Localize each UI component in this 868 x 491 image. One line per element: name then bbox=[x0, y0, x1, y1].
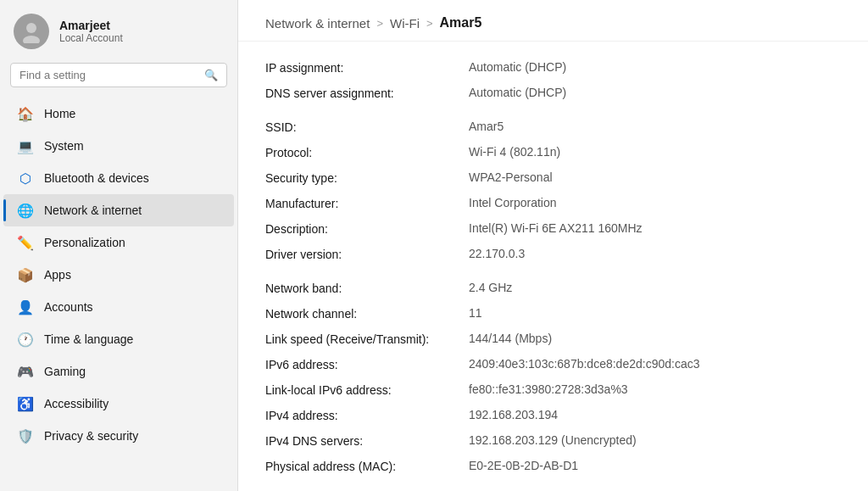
table-row: Network channel:11 bbox=[265, 301, 841, 326]
apps-icon: 📦 bbox=[17, 266, 34, 283]
info-value: Intel Corporation bbox=[469, 196, 841, 209]
info-value: 192.168.203.194 bbox=[469, 408, 841, 421]
user-role: Local Account bbox=[59, 32, 123, 44]
sidebar-item-network[interactable]: 🌐Network & internet bbox=[3, 194, 234, 226]
nav-list: 🏠Home💻System⬡Bluetooth & devices🌐Network… bbox=[0, 94, 237, 455]
search-box[interactable]: 🔍 bbox=[10, 63, 227, 87]
svg-point-1 bbox=[23, 36, 40, 43]
sidebar-item-label-accessibility: Accessibility bbox=[44, 397, 108, 410]
sidebar-item-system[interactable]: 💻System bbox=[3, 130, 234, 162]
table-row: SSID:Amar5 bbox=[265, 114, 841, 140]
info-label: Manufacturer: bbox=[265, 196, 469, 210]
info-label: IPv4 address: bbox=[265, 408, 469, 422]
info-label: Link-local IPv6 address: bbox=[265, 382, 469, 397]
info-value: Amar5 bbox=[469, 120, 841, 133]
svg-point-0 bbox=[26, 23, 36, 33]
sidebar-item-label-apps: Apps bbox=[44, 268, 71, 282]
info-value: 2409:40e3:103c:687b:dce8:de2d:c90d:cac3 bbox=[469, 357, 841, 371]
table-row: Protocol:Wi-Fi 4 (802.11n) bbox=[265, 140, 841, 165]
avatar bbox=[14, 14, 49, 49]
gaming-icon: 🎮 bbox=[17, 363, 34, 380]
sidebar-item-accessibility[interactable]: ♿Accessibility bbox=[3, 388, 234, 420]
info-value: Wi-Fi 4 (802.11n) bbox=[469, 145, 841, 159]
sidebar-item-label-accounts: Accounts bbox=[44, 300, 93, 314]
info-label: IPv6 address: bbox=[265, 357, 469, 371]
user-info: Amarjeet Local Account bbox=[59, 19, 123, 44]
info-label: Network channel: bbox=[265, 306, 469, 321]
table-row: Driver version:22.170.0.3 bbox=[265, 242, 841, 267]
table-row: Manufacturer:Intel Corporation bbox=[265, 191, 841, 216]
table-row: Security type:WPA2-Personal bbox=[265, 165, 841, 191]
accessibility-icon: ♿ bbox=[17, 395, 34, 412]
table-row: Link-local IPv6 address:fe80::fe31:3980:… bbox=[265, 377, 841, 403]
sidebar-item-gaming[interactable]: 🎮Gaming bbox=[3, 355, 234, 388]
info-label: Network band: bbox=[265, 281, 469, 295]
sidebar: Amarjeet Local Account 🔍 🏠Home💻System⬡Bl… bbox=[0, 0, 237, 491]
info-value: 144/144 (Mbps) bbox=[469, 332, 841, 345]
info-label: IPv4 DNS servers: bbox=[265, 433, 469, 448]
table-row: IPv4 DNS servers:192.168.203.129 (Unencr… bbox=[265, 428, 841, 454]
personalization-icon: ✏️ bbox=[17, 234, 34, 251]
table-row: IPv6 address:2409:40e3:103c:687b:dce8:de… bbox=[265, 352, 841, 377]
info-table: IP assignment:Automatic (DHCP)DNS server… bbox=[265, 55, 841, 479]
info-value: 11 bbox=[469, 306, 841, 320]
breadcrumb-part1: Network & internet bbox=[265, 16, 370, 31]
sidebar-item-apps[interactable]: 📦Apps bbox=[3, 259, 234, 291]
accounts-icon: 👤 bbox=[17, 299, 34, 315]
sidebar-item-label-system: System bbox=[44, 139, 84, 153]
main-content: Network & internet > Wi-Fi > Amar5 IP as… bbox=[237, 0, 868, 491]
sidebar-item-label-privacy: Privacy & security bbox=[44, 429, 138, 443]
sidebar-item-label-time: Time & language bbox=[44, 332, 133, 346]
info-value: Intel(R) Wi-Fi 6E AX211 160MHz bbox=[469, 221, 841, 235]
system-icon: 💻 bbox=[17, 137, 34, 154]
sidebar-item-label-personalization: Personalization bbox=[44, 236, 125, 249]
sidebar-item-bluetooth[interactable]: ⬡Bluetooth & devices bbox=[3, 162, 234, 194]
sidebar-item-label-home: Home bbox=[44, 107, 75, 120]
info-label: Link speed (Receive/Transmit): bbox=[265, 332, 469, 346]
sidebar-item-accounts[interactable]: 👤Accounts bbox=[3, 291, 234, 323]
info-label: SSID: bbox=[265, 120, 469, 134]
info-value: 22.170.0.3 bbox=[469, 247, 841, 260]
table-row: Physical address (MAC):E0-2E-0B-2D-AB-D1 bbox=[265, 454, 841, 479]
info-value: WPA2-Personal bbox=[469, 170, 841, 184]
info-label: IP assignment: bbox=[265, 60, 469, 75]
sidebar-item-label-gaming: Gaming bbox=[44, 365, 86, 378]
search-icon: 🔍 bbox=[204, 69, 218, 81]
bluetooth-icon: ⬡ bbox=[17, 170, 34, 187]
breadcrumb-sep1: > bbox=[376, 17, 383, 30]
network-icon: 🌐 bbox=[17, 202, 34, 219]
sidebar-item-label-network: Network & internet bbox=[44, 204, 142, 217]
info-label: Protocol: bbox=[265, 145, 469, 159]
info-value: 192.168.203.129 (Unencrypted) bbox=[469, 433, 841, 447]
info-value: fe80::fe31:3980:2728:3d3a%3 bbox=[469, 382, 841, 396]
user-section: Amarjeet Local Account bbox=[0, 0, 237, 59]
table-row: IP assignment:Automatic (DHCP) bbox=[265, 55, 841, 81]
privacy-icon: 🛡️ bbox=[17, 427, 34, 444]
user-name: Amarjeet bbox=[59, 19, 123, 32]
info-value: Automatic (DHCP) bbox=[469, 86, 841, 99]
info-value: E0-2E-0B-2D-AB-D1 bbox=[469, 459, 841, 472]
sidebar-item-personalization[interactable]: ✏️Personalization bbox=[3, 226, 234, 259]
sidebar-item-privacy[interactable]: 🛡️Privacy & security bbox=[3, 420, 234, 452]
breadcrumb: Network & internet > Wi-Fi > Amar5 bbox=[238, 0, 868, 42]
table-row: Description:Intel(R) Wi-Fi 6E AX211 160M… bbox=[265, 216, 841, 242]
breadcrumb-sep2: > bbox=[426, 17, 433, 30]
info-value: Automatic (DHCP) bbox=[469, 60, 841, 74]
time-icon: 🕐 bbox=[17, 331, 34, 348]
table-row: Network band:2.4 GHz bbox=[265, 276, 841, 301]
table-row: IPv4 address:192.168.203.194 bbox=[265, 403, 841, 428]
info-label: Driver version: bbox=[265, 247, 469, 261]
breadcrumb-part2: Wi-Fi bbox=[390, 16, 420, 31]
sidebar-item-home[interactable]: 🏠Home bbox=[3, 98, 234, 130]
info-label: DNS server assignment: bbox=[265, 86, 469, 100]
search-input[interactable] bbox=[19, 69, 198, 81]
content-body: IP assignment:Automatic (DHCP)DNS server… bbox=[238, 42, 868, 491]
info-label: Physical address (MAC): bbox=[265, 459, 469, 473]
sidebar-item-label-bluetooth: Bluetooth & devices bbox=[44, 171, 149, 185]
sidebar-item-time[interactable]: 🕐Time & language bbox=[3, 323, 234, 355]
section-gap bbox=[265, 267, 841, 276]
info-label: Description: bbox=[265, 221, 469, 236]
home-icon: 🏠 bbox=[17, 105, 34, 122]
info-label: Security type: bbox=[265, 170, 469, 185]
table-row: Link speed (Receive/Transmit):144/144 (M… bbox=[265, 326, 841, 352]
